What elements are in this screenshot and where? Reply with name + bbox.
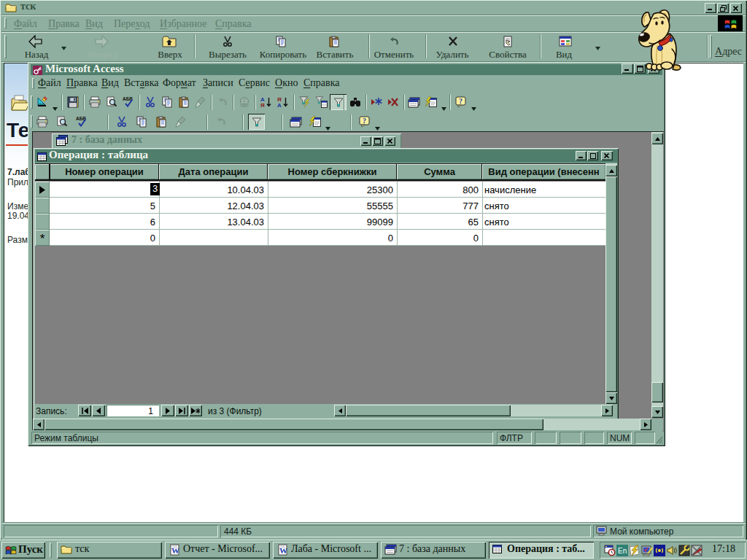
- svg-text:Я: Я: [260, 102, 265, 108]
- svg-text:W: W: [279, 546, 287, 555]
- svg-text:А: А: [277, 102, 282, 108]
- svg-text:En: En: [618, 547, 627, 555]
- svg-text:?: ?: [363, 117, 366, 125]
- svg-text:W: W: [171, 546, 179, 555]
- svg-text:?: ?: [459, 97, 462, 105]
